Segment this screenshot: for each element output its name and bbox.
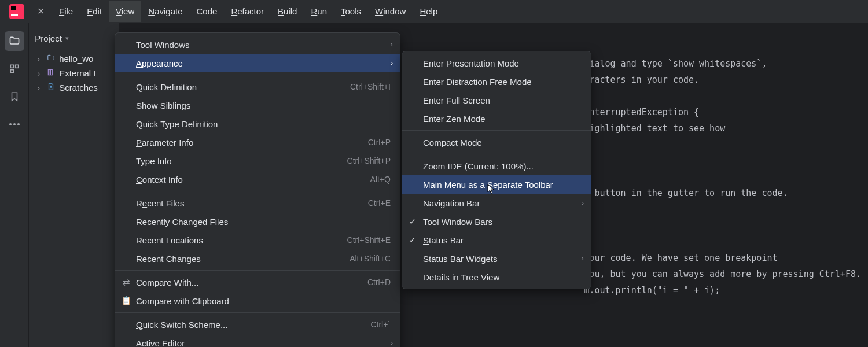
chevron-right-icon: › <box>391 59 393 67</box>
chevron-right-icon: › <box>582 199 584 207</box>
shortcut-label: Ctrl+Shift+P <box>347 156 391 165</box>
menu-window[interactable]: Window <box>368 1 413 22</box>
menu-navigate[interactable]: Navigate <box>141 1 189 22</box>
tree-item[interactable]: ›Scratches <box>29 80 119 95</box>
appearance-menu-item[interactable]: Status Bar Widgets› <box>402 249 591 268</box>
view-menu-item[interactable]: Quick DefinitionCtrl+Shift+I <box>115 77 400 96</box>
menu-item-label: Quick Type Definition <box>136 119 391 129</box>
view-menu-item[interactable]: Quick Type Definition <box>115 115 400 133</box>
menu-item-label: Appearance <box>136 58 391 68</box>
menu-view[interactable]: View <box>109 1 141 22</box>
appearance-menu-item[interactable]: Navigation Bar› <box>402 194 591 212</box>
separator <box>402 154 591 154</box>
shortcut-label: Ctrl+E <box>368 198 391 208</box>
chevron-down-icon: ▾ <box>65 35 69 42</box>
menu-item-label: Zoom IDE (Current: 100%)... <box>423 161 582 171</box>
view-menu-item[interactable]: Recent LocationsCtrl+Shift+E <box>115 231 400 249</box>
check-icon: ✓ <box>409 217 416 226</box>
menu-code[interactable]: Code <box>190 1 225 22</box>
appearance-menu-item[interactable]: Enter Full Screen <box>402 91 591 109</box>
tree-icon <box>46 68 56 78</box>
appearance-menu-item[interactable]: ✓Tool Window Bars <box>402 212 591 231</box>
appearance-menu-item[interactable]: Enter Presentation Mode <box>402 54 591 72</box>
menu-item-label: Recent Locations <box>136 235 340 245</box>
view-menu-item[interactable]: Show Siblings <box>115 96 400 115</box>
menu-item-label: Quick Definition <box>136 82 343 92</box>
view-menu-item[interactable]: Context InfoAlt+Q <box>115 170 400 189</box>
separator <box>402 130 591 131</box>
appearance-menu-item[interactable]: Compact Mode <box>402 133 591 152</box>
menu-refactor[interactable]: Refactor <box>224 1 271 22</box>
view-menu-item[interactable]: Active Editor› <box>115 334 400 347</box>
project-tool-button[interactable] <box>5 31 24 51</box>
separator <box>115 191 400 191</box>
svg-rect-3 <box>10 65 13 68</box>
view-menu-item[interactable]: Recent ChangesAlt+Shift+C <box>115 249 400 268</box>
tool-rail <box>0 23 29 347</box>
menu-run[interactable]: Run <box>304 1 334 22</box>
shortcut-label: Alt+Shift+C <box>350 254 391 263</box>
menu-edit[interactable]: Edit <box>80 1 109 22</box>
menu-item-label: Type Info <box>136 156 340 166</box>
bookmarks-tool-button[interactable] <box>5 87 24 106</box>
app-icon <box>9 4 24 19</box>
chevron-right-icon: › <box>391 40 393 49</box>
shortcut-label: Ctrl+P <box>368 138 391 147</box>
view-menu-item[interactable]: Recent FilesCtrl+E <box>115 194 400 212</box>
menu-help[interactable]: Help <box>413 1 444 22</box>
tree-icon <box>46 83 56 93</box>
view-menu-item[interactable]: ⇄Compare With...Ctrl+D <box>115 273 400 291</box>
structure-tool-button[interactable] <box>5 59 24 79</box>
menu-item-label: Status Bar <box>423 235 582 245</box>
close-icon[interactable]: ✕ <box>29 6 52 17</box>
view-menu-item[interactable]: Recently Changed Files <box>115 212 400 231</box>
view-menu-item[interactable]: Tool Windows› <box>115 35 400 54</box>
menu-tools[interactable]: Tools <box>334 1 368 22</box>
svg-rect-10 <box>51 69 53 75</box>
chevron-right-icon: › <box>391 339 393 347</box>
appearance-menu-item[interactable]: ✓Status Bar <box>402 231 591 249</box>
appearance-submenu-popup: Enter Presentation ModeEnter Distraction… <box>402 51 591 289</box>
menu-item-label: Recent Changes <box>136 254 343 264</box>
appearance-menu-item[interactable]: Enter Distraction Free Mode <box>402 72 591 91</box>
menu-item-label: Recent Files <box>136 198 361 208</box>
tree-item[interactable]: ›External L <box>29 66 119 80</box>
separator <box>115 75 400 75</box>
view-menu-item[interactable]: Parameter InfoCtrl+P <box>115 133 400 152</box>
menu-item-label: Enter Zen Mode <box>423 114 582 124</box>
shortcut-label: Alt+Q <box>370 175 391 184</box>
appearance-menu-item[interactable]: Main Menu as a Separate Toolbar <box>402 175 591 194</box>
menu-item-label: Tool Windows <box>136 40 391 50</box>
menubar: ✕ FileEditViewNavigateCodeRefactorBuildR… <box>0 0 868 23</box>
svg-rect-2 <box>11 14 18 16</box>
menu-item-label: Details in Tree View <box>423 272 582 282</box>
shortcut-label: Ctrl+Shift+E <box>347 235 391 245</box>
view-menu-item[interactable]: Type InfoCtrl+Shift+P <box>115 152 400 170</box>
view-menu-item[interactable]: Appearance› <box>115 54 400 72</box>
view-menu-item[interactable]: 📋Compare with Clipboard <box>115 291 400 310</box>
more-tool-button[interactable] <box>5 115 24 134</box>
tree-item[interactable]: ›hello_wo <box>29 51 119 66</box>
appearance-menu-item[interactable]: Details in Tree View <box>402 268 591 286</box>
shortcut-label: Ctrl+Shift+I <box>350 82 391 91</box>
menu-item-label: Compare With... <box>136 278 361 287</box>
separator <box>115 312 400 313</box>
menu-item-label: Compact Mode <box>423 138 582 147</box>
menu-item-label: Navigation Bar <box>423 198 582 208</box>
menu-item-label: Active Editor <box>136 338 391 348</box>
sidebar-title[interactable]: Project ▾ <box>29 28 119 49</box>
appearance-menu-item[interactable]: Zoom IDE (Current: 100%)... <box>402 157 591 175</box>
clipboard-icon: 📋 <box>121 296 131 306</box>
tree-label: Scratches <box>59 83 98 93</box>
svg-rect-9 <box>48 69 50 75</box>
menu-file[interactable]: File <box>52 1 80 22</box>
view-menu-item[interactable]: Quick Switch Scheme...Ctrl+` <box>115 315 400 334</box>
svg-rect-1 <box>11 6 16 10</box>
menu-item-label: Enter Full Screen <box>423 95 582 105</box>
tree-label: External L <box>59 68 98 78</box>
menu-build[interactable]: Build <box>271 1 304 22</box>
appearance-menu-item[interactable]: Enter Zen Mode <box>402 109 591 128</box>
menu-item-label: Quick Switch Scheme... <box>136 320 363 330</box>
svg-point-8 <box>17 123 20 125</box>
tree-icon <box>46 54 56 64</box>
